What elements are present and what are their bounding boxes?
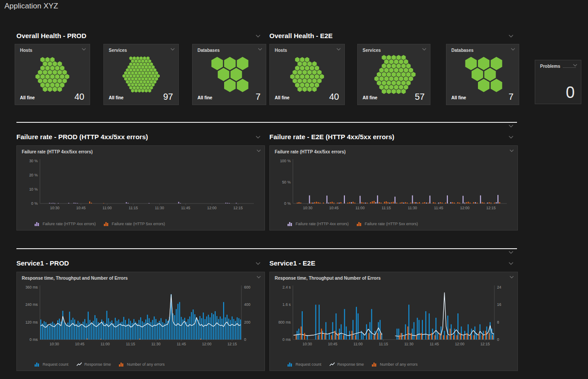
svg-text:10:45: 10:45: [75, 342, 85, 346]
service-e2e-chart: 0 ms800 ms1.6 s2.4 s08162410:3010:4511:0…: [272, 283, 514, 354]
legend-label: Response time: [84, 362, 111, 367]
problems-count: 0: [566, 83, 575, 102]
health-tile-databases-e2e[interactable]: Databases All fine 7: [446, 44, 519, 105]
svg-text:11:45: 11:45: [430, 342, 439, 346]
chart-legend: Failure rate (HTTP 4xx errors)Failure ra…: [35, 222, 165, 226]
health-status-text: All fine: [275, 95, 289, 100]
health-tile-hosts-e2e[interactable]: Hosts All fine 40: [269, 44, 345, 105]
service-prod-chart: 0 ms120 ms240 ms360 ms020040060010:3010:…: [20, 283, 261, 354]
line-series-icon: [76, 362, 82, 367]
legend-label: Failure rate (HTTP 4xx errors): [43, 222, 96, 226]
health-tile-title: Databases: [197, 48, 220, 53]
section-title-failure-e2e: Failure rate - E2E (HTTP 4xx/5xx errors): [269, 133, 395, 141]
chevron-down-icon[interactable]: [82, 48, 86, 51]
health-tile-services-prod[interactable]: Services All fine 97: [103, 44, 179, 105]
honeycomb-status-graphic: [270, 53, 344, 96]
svg-text:12:15: 12:15: [233, 206, 243, 210]
bar-series-icon: [288, 362, 293, 367]
svg-text:10:45: 10:45: [328, 342, 338, 346]
chart-tile-service-e2e[interactable]: Response time, Throughput and Number of …: [269, 272, 518, 371]
bar-series-icon: [372, 362, 378, 367]
health-tile-services-e2e[interactable]: Services All fine 57: [357, 44, 430, 105]
chevron-down-icon[interactable]: [256, 35, 260, 38]
chevron-down-icon[interactable]: [509, 136, 513, 139]
svg-text:800 ms: 800 ms: [278, 320, 291, 324]
chevron-down-icon[interactable]: [509, 262, 513, 265]
chevron-down-icon[interactable]: [256, 136, 260, 139]
chart-title: Failure rate (HTTP 4xx/5xx errors): [275, 149, 346, 154]
svg-text:11:30: 11:30: [408, 206, 417, 210]
svg-text:0 ms: 0 ms: [283, 337, 291, 342]
legend-item[interactable]: Failure rate (HTTP 5xx errors): [104, 222, 165, 226]
svg-text:10:45: 10:45: [76, 206, 86, 210]
legend-label: Number of any errors: [380, 362, 418, 367]
chevron-down-icon[interactable]: [509, 125, 513, 128]
svg-text:11:30: 11:30: [404, 342, 414, 346]
svg-text:11:00: 11:00: [354, 342, 363, 346]
chevron-down-icon[interactable]: [336, 48, 341, 51]
chart-legend: Request countResponse timeNumber of any …: [35, 362, 165, 367]
chevron-down-icon[interactable]: [509, 276, 514, 278]
chevron-down-icon[interactable]: [422, 48, 426, 51]
problems-tile[interactable]: Problems 0: [535, 60, 581, 104]
legend-item[interactable]: Failure rate (HTTP 4xx errors): [288, 222, 349, 226]
health-status-text: All fine: [197, 95, 212, 100]
bar-series-icon: [288, 222, 293, 226]
bar-series-icon: [104, 222, 110, 226]
chart-tile-failure-e2e[interactable]: Failure rate (HTTP 4xx/5xx errors) 0 %50…: [269, 145, 518, 231]
svg-text:11:45: 11:45: [177, 342, 186, 346]
svg-text:11:00: 11:00: [101, 342, 110, 346]
health-tile-databases-prod[interactable]: Databases All fine 7: [192, 44, 266, 105]
honeycomb-status-graphic: [15, 53, 90, 96]
legend-item[interactable]: Failure rate (HTTP 5xx errors): [357, 222, 418, 226]
legend-label: Request count: [43, 362, 68, 367]
health-tile-title: Hosts: [20, 48, 32, 53]
legend-item[interactable]: Response time: [76, 362, 111, 367]
bar-series-icon: [35, 362, 40, 367]
svg-text:11:30: 11:30: [155, 206, 164, 210]
chart-tile-service-prod[interactable]: Response time, Throughput and Number of …: [16, 272, 265, 371]
chevron-down-icon[interactable]: [509, 35, 513, 38]
chevron-down-icon[interactable]: [509, 149, 514, 152]
chart-tile-failure-prod[interactable]: Failure rate (HTTP 4xx/5xx errors) 0 %10…: [16, 145, 265, 231]
svg-text:11:00: 11:00: [103, 206, 112, 210]
health-count: 57: [415, 92, 425, 102]
health-tile-hosts-prod[interactable]: Hosts All fine 40: [15, 44, 90, 105]
section-divider: [16, 248, 517, 249]
health-tile-title: Services: [363, 48, 381, 53]
failure-rate-e2e-chart: 0 %50 %100 %10:3010:4511:0011:1511:3011:…: [272, 156, 514, 216]
chevron-down-icon[interactable]: [256, 262, 260, 265]
svg-text:11:00: 11:00: [355, 206, 365, 210]
legend-item[interactable]: Number of any errors: [372, 362, 418, 367]
svg-text:0 ms: 0 ms: [30, 337, 38, 342]
chevron-down-icon[interactable]: [573, 64, 577, 66]
chevron-down-icon[interactable]: [257, 149, 261, 152]
legend-label: Failure rate (HTTP 5xx errors): [112, 222, 165, 226]
svg-text:16: 16: [497, 302, 501, 307]
legend-item[interactable]: Response time: [329, 362, 364, 367]
health-status-text: All fine: [109, 95, 123, 100]
svg-text:12:00: 12:00: [207, 206, 217, 210]
chevron-down-icon[interactable]: [257, 276, 261, 278]
chevron-down-icon[interactable]: [258, 48, 262, 51]
chevron-down-icon[interactable]: [509, 251, 513, 254]
health-count: 97: [163, 92, 173, 102]
chevron-down-icon[interactable]: [170, 48, 175, 51]
svg-text:11:30: 11:30: [151, 342, 161, 346]
honeycomb-status-graphic: [446, 53, 521, 96]
svg-text:0 %: 0 %: [284, 201, 291, 206]
legend-item[interactable]: Number of any errors: [119, 362, 165, 367]
bar-series-icon: [35, 222, 40, 226]
svg-text:600: 600: [244, 285, 250, 289]
dashboard: Application XYZ Overall Health - PROD Ov…: [0, 0, 588, 379]
legend-item[interactable]: Request count: [288, 362, 321, 367]
legend-item[interactable]: Request count: [35, 362, 68, 367]
chart-legend: Failure rate (HTTP 4xx errors)Failure ra…: [288, 222, 418, 226]
svg-text:11:15: 11:15: [126, 342, 135, 346]
svg-text:0 %: 0 %: [31, 201, 38, 206]
chart-title: Response time, Throughput and Number of …: [275, 276, 381, 281]
health-tile-title: Services: [109, 48, 127, 53]
section-divider: [16, 122, 517, 123]
legend-item[interactable]: Failure rate (HTTP 4xx errors): [35, 222, 96, 226]
chevron-down-icon[interactable]: [511, 48, 515, 51]
